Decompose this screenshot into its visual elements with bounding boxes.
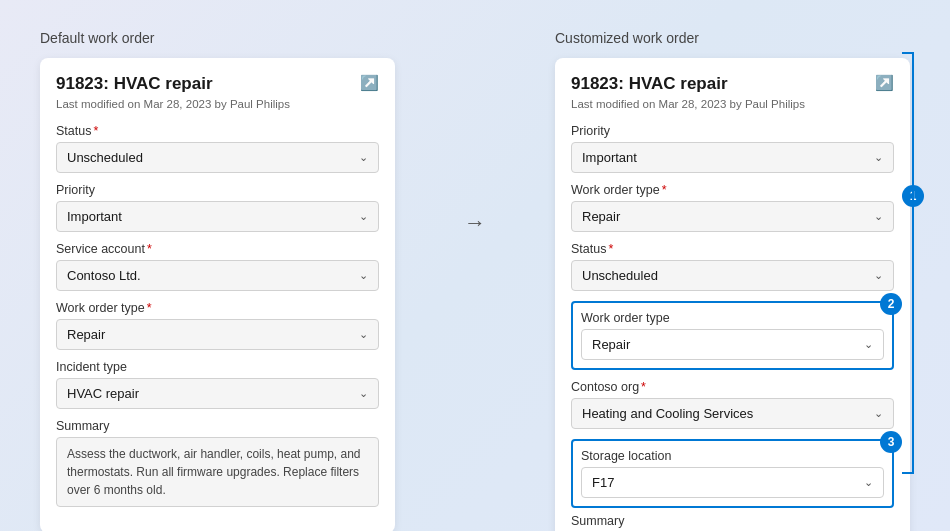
right-work-order-type-normal-chevron: ⌄ — [874, 210, 883, 223]
left-priority-label: Priority — [56, 183, 379, 197]
left-service-account-label: Service account * — [56, 242, 379, 256]
badge-2: 2 — [880, 293, 902, 315]
main-container: Default work order 91823: HVAC repair ↗️… — [40, 30, 910, 531]
right-work-order-highlighted-label: Work order type — [581, 311, 884, 325]
right-priority-field: Priority Important ⌄ — [571, 124, 894, 173]
left-card-header: 91823: HVAC repair ↗️ — [56, 74, 379, 94]
left-card-title: 91823: HVAC repair — [56, 74, 213, 94]
right-contoso-label: Contoso org * — [571, 380, 894, 394]
badge-3: 3 — [880, 431, 902, 453]
left-service-account-field: Service account * Contoso Ltd. ⌄ — [56, 242, 379, 291]
left-summary-field: Summary Assess the ductwork, air handler… — [56, 419, 379, 507]
right-work-order-highlighted: Work order type Repair ⌄ 2 — [571, 301, 894, 370]
left-service-account-chevron: ⌄ — [359, 269, 368, 282]
right-work-order-type-normal-label: Work order type * — [571, 183, 894, 197]
right-priority-chevron: ⌄ — [874, 151, 883, 164]
right-status-required: * — [608, 242, 613, 256]
left-work-order-type-select[interactable]: Repair ⌄ — [56, 319, 379, 350]
right-status-field: Status * Unscheduled ⌄ — [571, 242, 894, 291]
right-card-header: 91823: HVAC repair ↗️ — [571, 74, 894, 94]
right-priority-label: Priority — [571, 124, 894, 138]
right-priority-select[interactable]: Important ⌄ — [571, 142, 894, 173]
right-contoso-select[interactable]: Heating and Cooling Services ⌄ — [571, 398, 894, 429]
left-column: Default work order 91823: HVAC repair ↗️… — [40, 30, 395, 531]
right-status-label: Status * — [571, 242, 894, 256]
right-contoso-field: Contoso org * Heating and Cooling Servic… — [571, 380, 894, 429]
left-incident-type-chevron: ⌄ — [359, 387, 368, 400]
left-priority-select[interactable]: Important ⌄ — [56, 201, 379, 232]
left-status-chevron: ⌄ — [359, 151, 368, 164]
right-work-order-type-normal-select[interactable]: Repair ⌄ — [571, 201, 894, 232]
bracket-line — [912, 52, 914, 472]
left-summary-label: Summary — [56, 419, 379, 433]
left-status-required: * — [93, 124, 98, 138]
left-work-order-type-chevron: ⌄ — [359, 328, 368, 341]
left-priority-field: Priority Important ⌄ — [56, 183, 379, 232]
left-card-meta: Last modified on Mar 28, 2023 by Paul Ph… — [56, 98, 379, 110]
right-storage-highlighted-select[interactable]: F17 ⌄ — [581, 467, 884, 498]
right-card: 91823: HVAC repair ↗️ Last modified on M… — [555, 58, 910, 531]
right-work-order-type-normal-required: * — [662, 183, 667, 197]
right-card-meta: Last modified on Mar 28, 2023 by Paul Ph… — [571, 98, 894, 110]
left-incident-type-select[interactable]: HVAC repair ⌄ — [56, 378, 379, 409]
right-status-select[interactable]: Unscheduled ⌄ — [571, 260, 894, 291]
left-section-title: Default work order — [40, 30, 395, 46]
right-column-wrapper: Customized work order 91823: HVAC repair… — [555, 30, 910, 531]
bracket-top-tick — [902, 52, 914, 54]
left-work-order-type-required: * — [147, 301, 152, 315]
left-status-select[interactable]: Unscheduled ⌄ — [56, 142, 379, 173]
right-storage-highlighted-chevron: ⌄ — [864, 476, 873, 489]
left-service-account-select[interactable]: Contoso Ltd. ⌄ — [56, 260, 379, 291]
left-external-link-icon[interactable]: ↗️ — [360, 74, 379, 92]
right-storage-highlighted: Storage location F17 ⌄ 3 — [571, 439, 894, 508]
right-work-order-highlighted-chevron: ⌄ — [864, 338, 873, 351]
right-work-order-highlighted-select[interactable]: Repair ⌄ — [581, 329, 884, 360]
right-section-title: Customized work order — [555, 30, 910, 46]
bracket-bottom-tick — [902, 472, 914, 474]
arrow-icon: → — [464, 210, 486, 236]
left-priority-chevron: ⌄ — [359, 210, 368, 223]
right-status-chevron: ⌄ — [874, 269, 883, 282]
right-contoso-chevron: ⌄ — [874, 407, 883, 420]
left-status-field: Status * Unscheduled ⌄ — [56, 124, 379, 173]
right-work-order-type-normal-field: Work order type * Repair ⌄ — [571, 183, 894, 232]
left-incident-type-label: Incident type — [56, 360, 379, 374]
right-contoso-required: * — [641, 380, 646, 394]
left-summary-text: Assess the ductwork, air handler, coils,… — [56, 437, 379, 507]
right-card-title: 91823: HVAC repair — [571, 74, 728, 94]
left-card: 91823: HVAC repair ↗️ Last modified on M… — [40, 58, 395, 531]
left-status-label: Status * — [56, 124, 379, 138]
right-storage-highlighted-label: Storage location — [581, 449, 884, 463]
left-work-order-type-field: Work order type * Repair ⌄ — [56, 301, 379, 350]
right-external-link-icon[interactable]: ↗️ — [875, 74, 894, 92]
arrow-container: → — [455, 30, 495, 236]
left-work-order-type-label: Work order type * — [56, 301, 379, 315]
left-service-account-required: * — [147, 242, 152, 256]
left-incident-type-field: Incident type HVAC repair ⌄ — [56, 360, 379, 409]
right-summary-label: Summary — [571, 514, 894, 528]
